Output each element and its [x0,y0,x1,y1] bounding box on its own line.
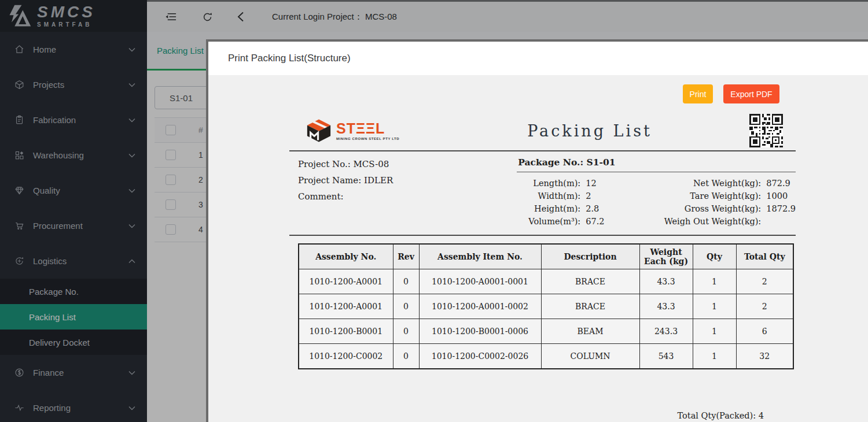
document-info: Project No.: MCS-08 Project Name: IDLER … [289,151,796,236]
length-value: 12 [586,179,596,188]
table-row: 1010-1200-A0001 0 1010-1200-A0001-0001 B… [299,269,793,294]
volume-value: 67.2 [586,217,604,226]
height-value: 2.8 [586,204,599,213]
cell: 43.3 [639,294,693,319]
document-title: Packing List [430,122,749,140]
total-qty-packed: Total Qty(Packed): 4 [289,411,796,420]
cell: 1010-1200-A0001 [299,294,393,319]
cell: BRACE [541,294,639,319]
package-no-label: Package No.: [518,157,583,168]
col-assembly-item-no: Assembly Item No. [419,244,541,269]
export-pdf-button[interactable]: Export PDF [723,84,779,103]
net-weight-label: Net Weight(kg): [628,179,761,188]
table-header-row: Assembly No. Rev Assembly Item No. Descr… [299,244,793,269]
print-button[interactable]: Print [683,84,713,103]
modal-title: Print Packing List(Structure) [228,53,351,64]
table-row: 1010-1200-B0001 0 1010-1200-B0001-0006 B… [299,319,793,344]
tare-weight-value: 1000 [766,191,788,201]
col-description: Description [541,244,639,269]
cell: 0 [393,344,419,369]
total-qty-value: 4 [759,411,764,420]
cell: 1010-1200-A0001-0002 [419,294,541,319]
project-no-label: Project No.: [298,159,351,169]
cell: 1010-1200-B0001-0006 [419,319,541,344]
table-row: 1010-1200-A0001 0 1010-1200-A0001-0002 B… [299,294,793,319]
cell: 0 [393,269,419,294]
cell: 2 [736,269,793,294]
cell: 1010-1200-A0001 [299,269,393,294]
length-label: Length(m): [517,179,580,188]
weigh-out-weight-label: Weigh Out Weight(kg): [628,217,761,226]
cell: 0 [393,294,419,319]
print-packing-list-modal: Print Packing List(Structure) Print Expo… [206,39,868,422]
cell: 1 [693,319,736,344]
cell: BRACE [541,269,639,294]
net-weight-value: 872.9 [766,179,790,188]
project-name-label: Project Name: [298,175,361,186]
steel-cube-icon [306,118,332,143]
cell: 243.3 [639,319,693,344]
cell: 1010-1200-A0001-0001 [419,269,541,294]
project-no-value: MCS-08 [354,159,389,169]
cell: 1 [693,344,736,369]
height-label: Height(m): [517,204,580,213]
gross-weight-label: Gross Weight(kg): [628,204,761,213]
cell: 1 [693,269,736,294]
table-row: 1010-1200-C0002 0 1010-1200-C0002-0026 C… [299,344,793,369]
package-weights: Net Weight(kg):872.9 Tare Weight(kg):100… [628,177,796,228]
total-qty-label: Total Qty(Packed): [678,411,756,420]
project-name-value: IDLER [364,175,393,186]
company-logo: STΞΞL MINING CROWN STEEL PTY LTD [289,118,430,143]
cell: 1010-1200-C0002 [299,344,393,369]
col-total-qty: Total Qty [736,244,793,269]
modal-actions: Print Export PDF [208,75,868,103]
cell: BEAM [541,319,639,344]
modal-header: Print Packing List(Structure) [208,42,868,75]
width-label: Width(m): [517,191,580,201]
app-screen: SMCS SMARTFAB Home Projects Fabrication … [0,0,868,422]
cell: 32 [736,344,793,369]
project-info: Project No.: MCS-08 Project Name: IDLER … [289,156,517,228]
package-info: Package No.: S1-01 Length(m):12 Width(m)… [517,156,796,228]
tare-weight-label: Tare Weight(kg): [628,191,761,201]
cell: 2 [736,294,793,319]
width-value: 2 [586,191,591,201]
cell: 6 [736,319,793,344]
comment-label: Comment: [298,191,344,202]
document-header: STΞΞL MINING CROWN STEEL PTY LTD Packing… [289,113,796,151]
cell: 543 [639,344,693,369]
cell: COLUMN [541,344,639,369]
col-rev: Rev [393,244,419,269]
col-weight-each: Weight Each (kg) [639,244,693,269]
cell: 1010-1200-B0001 [299,319,393,344]
packing-list-table: Assembly No. Rev Assembly Item No. Descr… [298,243,794,369]
col-qty: Qty [693,244,736,269]
cell: 0 [393,319,419,344]
packing-list-document: STΞΞL MINING CROWN STEEL PTY LTD Packing… [289,113,796,420]
gross-weight-value: 1872.9 [766,204,796,213]
cell: 43.3 [639,269,693,294]
qr-code [749,114,783,147]
company-logo-text: STΞΞL [336,121,399,136]
volume-label: Volume(m³): [517,217,580,226]
package-dimensions: Length(m):12 Width(m):2 Height(m):2.8 Vo… [517,177,628,228]
package-no-value: S1-01 [587,157,616,168]
col-assembly-no: Assembly No. [299,244,393,269]
cell: 1 [693,294,736,319]
company-logo-subtext: MINING CROWN STEEL PTY LTD [336,137,399,140]
modal-body: Print Export PDF STΞ [208,75,868,422]
cell: 1010-1200-C0002-0026 [419,344,541,369]
